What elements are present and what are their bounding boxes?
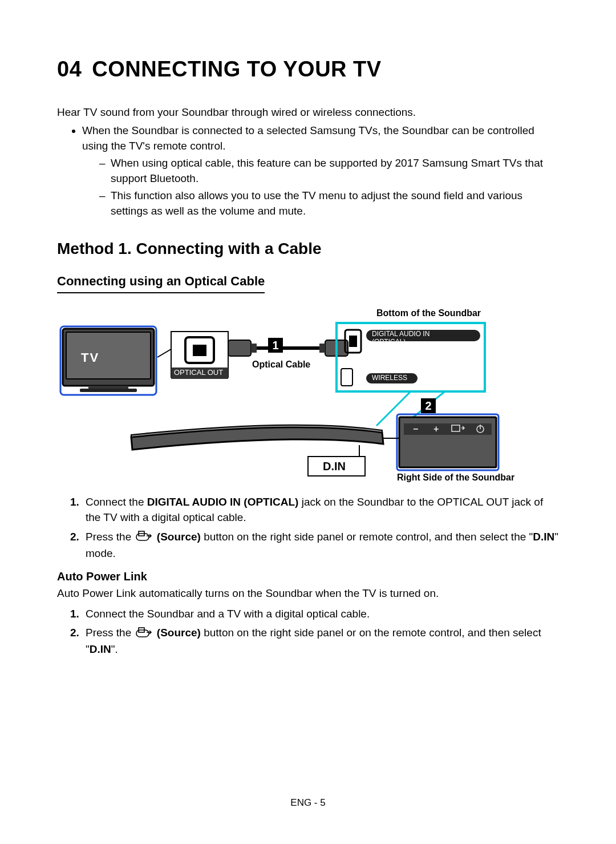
diagram-step-2-badge: 2 [421, 398, 436, 413]
diagram-bottom-label: Bottom of the Soundbar [376, 308, 481, 318]
text-bold: D.IN [533, 531, 554, 543]
step-item: Press the (Source) button on the right s… [82, 625, 559, 657]
diagram-right-side-label: Right Side of the Soundbar [397, 473, 514, 483]
svg-rect-12 [319, 344, 325, 353]
svg-rect-1 [66, 332, 151, 379]
text: button on the right side panel or on the… [86, 627, 541, 655]
svg-rect-10 [251, 344, 257, 353]
svg-rect-9 [228, 340, 251, 356]
text: ". [111, 643, 118, 655]
intro-text: Hear TV sound from your Soundbar through… [57, 104, 559, 120]
diagram-step-1-badge: 1 [268, 338, 283, 353]
bullet-item: When the Soundbar is connected to a sele… [82, 123, 559, 219]
diagram-digital-audio-in: DIGITAL AUDIO IN (OPTICAL) [372, 330, 429, 346]
diagram-optical-cable: Optical Cable [252, 360, 310, 370]
svg-rect-17 [341, 369, 352, 386]
diagram-wireless: WIRELESS [372, 374, 407, 382]
text: Press the [86, 627, 135, 639]
sub-heading: Connecting using an Optical Cable [57, 274, 265, 293]
svg-text:+: + [433, 424, 439, 434]
text-bold: D.IN [90, 643, 111, 655]
step-item: Connect the DIGITAL AUDIO IN (OPTICAL) j… [82, 494, 559, 526]
text: Connect the [86, 496, 147, 508]
svg-rect-7 [193, 345, 206, 356]
auto-power-link-heading: Auto Power Link [57, 570, 559, 583]
svg-text:−: − [413, 424, 418, 434]
text: Press the [86, 531, 135, 543]
chapter-title-text: CONNECTING TO YOUR TV [92, 57, 381, 81]
source-icon [136, 626, 153, 642]
diagram-optical-out: OPTICAL OUT [174, 368, 223, 377]
diagram-svg: − + [57, 306, 559, 483]
text: button on the right side panel or remote… [201, 531, 533, 543]
svg-rect-15 [349, 336, 357, 347]
diagram-tv-label: TV [81, 350, 99, 365]
chapter-number: 04 [57, 57, 82, 82]
step-item: Press the (Source) button on the right s… [82, 529, 559, 561]
text-bold: DIGITAL AUDIO IN (OPTICAL) [147, 496, 299, 508]
chapter-title: 04CONNECTING TO YOUR TV [57, 57, 559, 82]
text-bold: (Source) [157, 627, 201, 639]
dash-item: When using optical cable, this feature c… [99, 155, 559, 187]
source-icon [136, 530, 153, 546]
svg-rect-3 [80, 389, 137, 392]
auto-power-link-intro: Auto Power Link automatically turns on t… [57, 585, 559, 601]
bullet-text: When the Soundbar is connected to a sele… [82, 124, 534, 152]
page-footer: ENG - 5 [0, 797, 616, 809]
dash-item: This function also allows you to use the… [99, 188, 559, 219]
step-item: Connect the Soundbar and a TV with a dig… [82, 606, 559, 622]
svg-rect-2 [88, 386, 128, 389]
connection-diagram: − + Bottom of the Soundbar TV OPTICAL OU… [57, 306, 559, 483]
text-bold: (Source) [157, 531, 201, 543]
method-heading: Method 1. Connecting with a Cable [57, 240, 559, 258]
diagram-din-text: D.IN [323, 460, 346, 473]
